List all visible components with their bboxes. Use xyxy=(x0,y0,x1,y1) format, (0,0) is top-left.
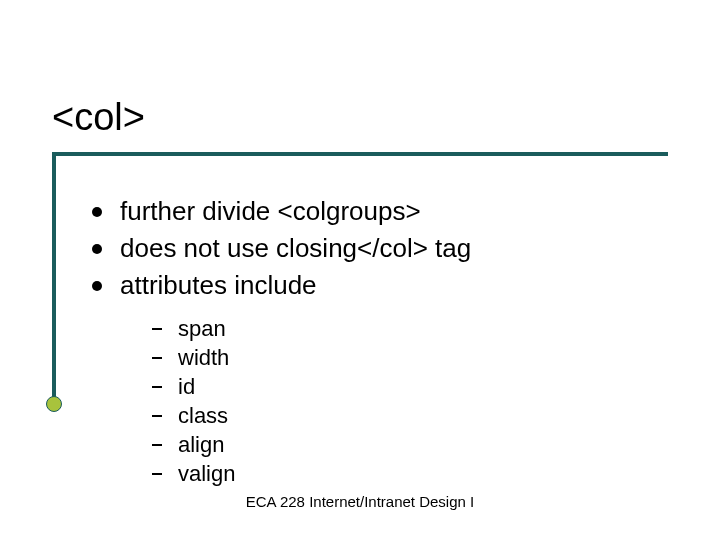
slide-footer: ECA 228 Internet/Intranet Design I xyxy=(0,493,720,510)
list-item: attributes include xyxy=(92,270,471,301)
bullet-icon xyxy=(92,207,102,217)
list-item-text: valign xyxy=(178,461,235,487)
list-item-text: id xyxy=(178,374,195,400)
list-item: does not use closing</col> tag xyxy=(92,233,471,264)
slide-title: <col> xyxy=(52,96,145,139)
list-item: class xyxy=(152,403,235,429)
main-bullet-list: further divide <colgroups> does not use … xyxy=(92,196,471,307)
list-item-text: does not use closing</col> tag xyxy=(120,233,471,264)
list-item-text: class xyxy=(178,403,228,429)
list-item-text: span xyxy=(178,316,226,342)
bullet-icon xyxy=(92,281,102,291)
dash-icon xyxy=(152,473,162,475)
slide: <col> further divide <colgroups> does no… xyxy=(0,0,720,540)
accent-dot-icon xyxy=(46,396,62,412)
list-item: valign xyxy=(152,461,235,487)
dash-icon xyxy=(152,415,162,417)
bullet-icon xyxy=(92,244,102,254)
list-item-text: align xyxy=(178,432,224,458)
title-underline xyxy=(52,152,668,156)
list-item: further divide <colgroups> xyxy=(92,196,471,227)
dash-icon xyxy=(152,444,162,446)
dash-icon xyxy=(152,357,162,359)
dash-icon xyxy=(152,386,162,388)
vertical-accent-bar xyxy=(52,152,56,404)
sub-bullet-list: span width id class align valign xyxy=(152,316,235,490)
list-item-text: width xyxy=(178,345,229,371)
list-item: span xyxy=(152,316,235,342)
list-item: id xyxy=(152,374,235,400)
list-item: align xyxy=(152,432,235,458)
list-item-text: further divide <colgroups> xyxy=(120,196,421,227)
list-item: width xyxy=(152,345,235,371)
list-item-text: attributes include xyxy=(120,270,317,301)
dash-icon xyxy=(152,328,162,330)
